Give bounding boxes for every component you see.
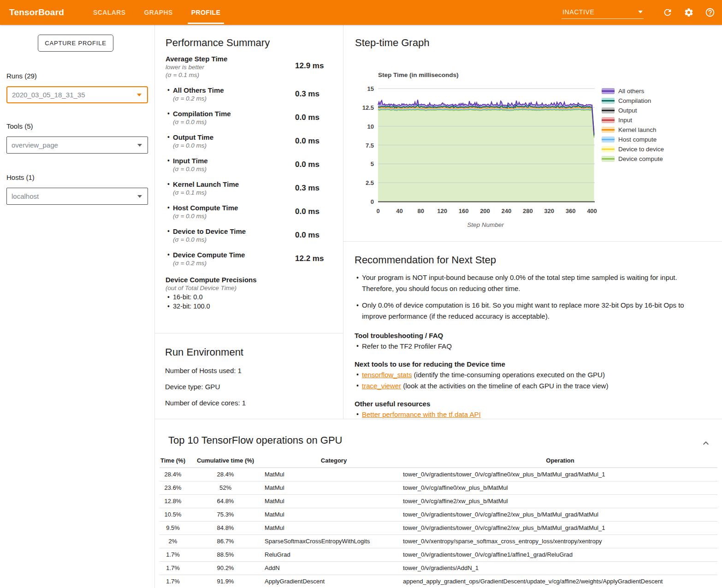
svg-text:2.5: 2.5 [366,179,374,186]
perf-item-label: Input Time [173,157,208,165]
perf-item: •Compilation Time(σ = 0.0 ms)0.0 ms [166,110,336,125]
legend-label: Device compute [618,155,663,162]
bullet-icon: • [355,342,362,350]
step-time-graph-section: Step-time Graph 02.557.51012.51504080120… [343,25,722,242]
perf-item-value: 12.2 ms [295,254,324,263]
ops-cell: MatMul [265,494,403,508]
tool-desc: (look at the activities on the timeline … [401,382,608,390]
legend-swatch [602,117,615,123]
perf-item: •Device to Device Time(σ = 0.0 ms)0.0 ms [166,227,336,243]
tool-link[interactable]: trace_viewer [362,382,401,390]
recommendation-title: Recommendation for Next Step [355,254,711,266]
resource-link[interactable]: Better performance with the tf.data API [362,410,481,418]
hosts-label: Hosts (1) [6,173,148,181]
ops-cell: 9.5% [160,521,186,535]
perf-item-sigma: (σ = 0.0 ms) [173,119,231,125]
bullet-icon: • [166,133,173,149]
settings-gear-icon[interactable] [683,7,694,18]
perf-item-value: 0.3 ms [295,89,320,99]
precision-text: 16-bit: 0.0 [173,293,203,301]
runs-select[interactable]: 2020_03_05_18_31_35 [6,86,148,103]
tools-select[interactable]: overview_page [6,137,148,154]
bullet-icon: • [166,180,173,196]
chart-legend: All othersCompilationOutputInputKernel l… [602,86,664,164]
ops-cell: 64.8% [186,494,265,508]
topbar: TensorBoard SCALARSGRAPHSPROFILE INACTIV… [0,0,722,25]
perf-item-value: 0.0 ms [295,207,320,216]
ops-cell: 10.5% [160,508,186,521]
help-icon[interactable] [704,7,716,18]
ops-cell: MatMul [265,521,403,535]
next-tools-subhead: Next tools to use for reducing the Devic… [355,360,711,368]
ops-cell: SparseSoftmaxCrossEntropyWithLogits [265,535,403,548]
ops-cell: MatMul [265,508,403,521]
ops-cell: 1.7% [160,548,186,561]
svg-text:120: 120 [437,208,447,214]
legend-label: Input [618,117,632,124]
collapse-chevron-up-icon[interactable] [700,437,712,449]
perf-item-label: Compilation Time [173,110,231,118]
svg-text:10: 10 [367,123,374,130]
svg-text:80: 80 [418,208,424,214]
refresh-icon[interactable] [662,7,673,18]
ops-cell: tower_0/v/gradients/tower_0/v/cg/affine2… [403,508,717,521]
legend-item: All others [602,86,664,96]
topbar-right: INACTIVE [562,0,722,25]
status-select[interactable]: INACTIVE [562,6,644,19]
run-env-item: Number of device cores: 1 [165,399,336,407]
ops-cell: 90.2% [186,561,265,575]
ops-cell: 28.4% [186,468,265,481]
perf-item: •Host Compute Time(σ = 0.0 ms)0.0 ms [166,204,336,220]
ops-col-header: Cumulative time (%) [186,454,265,468]
runs-select-value: 2020_03_05_18_31_35 [12,91,85,99]
tab-profile[interactable]: PROFILE [185,0,227,25]
legend-swatch [602,88,615,94]
legend-label: All others [618,88,644,95]
ops-cell: 28.4% [160,468,186,481]
capture-profile-button[interactable]: CAPTURE PROFILE [38,35,113,52]
perf-item-value: 0.3 ms [295,184,320,193]
faq-text: Refer to the TF2 Profiler FAQ [362,342,452,350]
top-ops-section: Top 10 TensorFlow operations on GPU Time… [155,419,722,588]
precision-item: •16-bit: 0.0 [166,293,336,301]
tool-link[interactable]: tensorflow_stats [362,371,412,379]
legend-label: Compilation [618,97,651,104]
tab-graphs[interactable]: GRAPHS [137,0,179,25]
svg-text:160: 160 [459,208,469,214]
ops-cell: 86.7% [186,535,265,548]
precision-text: 32-bit: 100.0 [173,303,210,310]
avg-step-time-value: 12.9 ms [295,61,324,78]
legend-item: Compilation [602,96,664,106]
ops-cell: append_apply_gradient_ops/GradientDescen… [403,575,717,588]
ops-cell: 91.9% [186,575,265,588]
top-ops-title: Top 10 TensorFlow operations on GPU [168,434,722,446]
table-row: 10.5%75.3%MatMultower_0/v/gradients/towe… [160,508,717,521]
svg-text:15: 15 [367,85,374,92]
ops-cell: 2% [160,535,186,548]
legend-item: Device to device [602,144,664,154]
recommendation-text: Only 0.0% of device computation is 16 bi… [362,300,710,322]
step-time-chart: 02.557.51012.515040801201602002402803203… [343,25,722,237]
tool-desc: (identify the time-consuming operations … [412,371,605,379]
table-row: 2%86.7%SparseSoftmaxCrossEntropyWithLogi… [160,535,717,548]
ops-cell: ApplyGradientDescent [265,575,403,588]
legend-label: Device to device [618,146,664,153]
ops-cell: MatMul [265,481,403,494]
tab-scalars[interactable]: SCALARS [87,0,132,25]
topbar-tabs: SCALARSGRAPHSPROFILE [84,0,230,25]
hosts-select[interactable]: localhost [6,188,148,205]
recommendation-bullet: •Your program is NOT input-bound because… [355,272,710,294]
performance-summary-title: Performance Summary [166,37,336,49]
svg-text:240: 240 [502,208,512,214]
ops-cell: tower_0/v/gradients/AddN_1 [403,561,717,575]
recommendation-section: Recommendation for Next Step •Your progr… [343,242,722,419]
svg-text:360: 360 [566,208,576,214]
svg-text:Step Number: Step Number [467,221,504,228]
ops-cell: AddN [265,561,403,575]
bullet-icon: • [355,410,362,419]
ops-cell: ReluGrad [265,548,403,561]
svg-text:0: 0 [376,208,379,214]
main-content: Performance Summary Average Step Time lo… [155,25,722,588]
avg-step-time-note: lower is better [166,64,295,71]
app-title: TensorBoard [0,0,84,25]
